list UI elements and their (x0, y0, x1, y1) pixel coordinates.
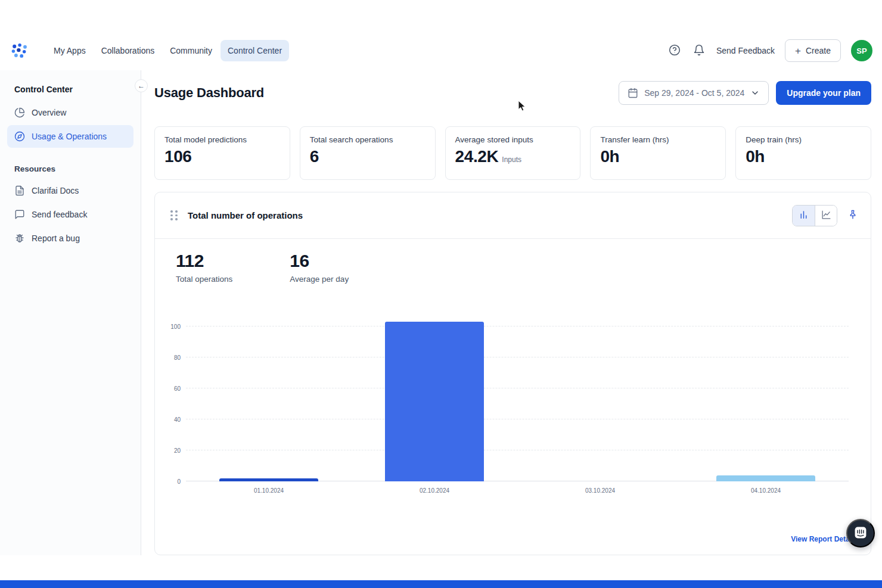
clarifai-logo-icon (11, 42, 30, 59)
stat-card-model-predictions: Total model predictions 106 (154, 126, 290, 180)
gridline (186, 450, 849, 450)
sidebar-section-title: Control Center (7, 76, 133, 101)
nav-my-apps[interactable]: My Apps (46, 40, 93, 61)
chat-launcher-button[interactable] (846, 519, 875, 547)
y-axis-label: 0 (177, 478, 181, 485)
gridline (186, 388, 849, 388)
chevron-down-icon (750, 88, 760, 98)
x-axis-label: 03.10.2024 (517, 487, 683, 494)
chart-type-toggle-group (792, 205, 837, 226)
nav-community[interactable]: Community (163, 40, 219, 61)
sidebar-item-label: Send feedback (32, 210, 87, 219)
page-header: Usage Dashboard Sep 29, 2024 - Oct 5, 20… (154, 81, 871, 105)
stat-card-transfer-learn: Transfer learn (hrs) 0h (590, 126, 726, 180)
plus-icon: + (795, 46, 801, 56)
y-axis-label: 40 (174, 416, 181, 423)
send-feedback-link[interactable]: Send Feedback (716, 46, 775, 55)
top-navigation: My Apps Collaborations Community Control… (0, 0, 882, 70)
user-avatar[interactable]: SP (851, 40, 872, 61)
chart-bar[interactable] (219, 478, 319, 481)
layout: ← Control Center Overview Usage & Operat… (0, 70, 882, 555)
page-title: Usage Dashboard (154, 85, 264, 101)
y-axis-label: 80 (174, 354, 181, 361)
sidebar-collapse-button[interactable]: ← (135, 79, 148, 92)
stat-value: 0h (746, 147, 861, 166)
y-axis-label: 100 (170, 323, 181, 330)
stat-value-number: 24.2K (455, 147, 499, 166)
stat-value-suffix: Inputs (502, 155, 521, 164)
gridline (186, 419, 849, 419)
sidebar-item-clarifai-docs[interactable]: Clarifai Docs (7, 179, 133, 202)
sidebar-item-overview[interactable]: Overview (7, 101, 133, 124)
document-icon (14, 185, 25, 196)
operations-bar-chart: 02040608010001.10.202402.10.202403.10.20… (186, 326, 849, 481)
x-axis-label: 01.10.2024 (186, 487, 352, 494)
header-actions: Sep 29, 2024 - Oct 5, 2024 Upgrade your … (619, 81, 871, 105)
stat-label: Transfer learn (hrs) (600, 135, 716, 144)
stat-label: Total model predictions (164, 135, 280, 144)
stat-value: 106 (164, 147, 280, 166)
bar-chart-toggle[interactable] (793, 206, 815, 226)
help-icon (669, 44, 681, 58)
help-button[interactable] (667, 43, 682, 58)
line-chart-icon (821, 210, 831, 222)
x-axis-label: 04.10.2024 (683, 487, 849, 494)
notifications-button[interactable] (692, 43, 706, 58)
gridline (186, 326, 849, 326)
sidebar-item-report-bug[interactable]: Report a bug (7, 227, 133, 250)
operations-card-footer: View Report Details (155, 533, 871, 555)
nav-control-center[interactable]: Control Center (220, 40, 289, 61)
page: My Apps Collaborations Community Control… (0, 0, 882, 588)
average-per-day-stat: 16 Average per day (290, 251, 349, 284)
topnav-right: Send Feedback + Create SP (667, 39, 872, 62)
create-button[interactable]: + Create (785, 39, 841, 62)
primary-nav: My Apps Collaborations Community Control… (46, 40, 289, 61)
main-content: Usage Dashboard Sep 29, 2024 - Oct 5, 20… (141, 70, 882, 555)
operations-card-title: Total number of operations (188, 210, 303, 220)
stat-label: Average stored inputs (455, 135, 571, 144)
bar-chart-icon (799, 210, 809, 222)
sidebar: Control Center Overview Usage & Operatio… (0, 70, 141, 555)
bell-icon (693, 44, 705, 58)
sidebar-item-usage-operations[interactable]: Usage & Operations (7, 125, 133, 148)
x-axis-label: 02.10.2024 (352, 487, 517, 494)
clarifai-logo[interactable] (11, 42, 30, 59)
nav-collaborations[interactable]: Collaborations (94, 40, 162, 61)
stat-card-deep-train: Deep train (hrs) 0h (735, 126, 871, 180)
chart-tools (792, 205, 859, 226)
bottom-blue-strip (0, 580, 882, 588)
line-chart-toggle[interactable] (815, 206, 837, 226)
sidebar-item-send-feedback[interactable]: Send feedback (7, 203, 133, 226)
stat-label: Deep train (hrs) (746, 135, 861, 144)
chart-bar[interactable] (716, 475, 816, 481)
stats-row: Total model predictions 106 Total search… (154, 126, 871, 180)
average-per-day-label: Average per day (290, 275, 349, 284)
drag-handle-icon[interactable] (170, 210, 178, 220)
pie-chart-icon (14, 107, 25, 118)
operations-summary: 112 Total operations 16 Average per day (155, 239, 871, 284)
operations-card: Total number of operations (154, 192, 871, 555)
create-label: Create (806, 46, 831, 55)
arrow-left-icon: ← (138, 82, 145, 90)
gridline (186, 357, 849, 357)
bug-icon (14, 233, 25, 244)
sidebar-item-label: Clarifai Docs (32, 186, 79, 195)
stat-card-stored-inputs: Average stored inputs 24.2KInputs (445, 126, 581, 180)
sidebar-item-label: Overview (32, 108, 66, 117)
date-range-picker[interactable]: Sep 29, 2024 - Oct 5, 2024 (619, 81, 769, 105)
sidebar-item-label: Usage & Operations (32, 132, 107, 141)
upgrade-plan-button[interactable]: Upgrade your plan (776, 81, 871, 105)
pin-button[interactable] (847, 209, 859, 222)
total-operations-label: Total operations (176, 275, 232, 284)
intercom-chat-icon (853, 525, 868, 542)
chart-bar[interactable] (385, 322, 485, 481)
operations-card-header: Total number of operations (155, 192, 871, 239)
stat-value: 0h (600, 147, 716, 166)
y-axis-label: 20 (174, 447, 181, 454)
date-range-value: Sep 29, 2024 - Oct 5, 2024 (644, 88, 744, 98)
sidebar-item-label: Report a bug (32, 234, 80, 243)
stat-value: 24.2KInputs (455, 147, 571, 166)
total-operations-value: 112 (176, 251, 232, 271)
average-per-day-value: 16 (290, 251, 349, 271)
stat-card-search-operations: Total search operations 6 (300, 126, 436, 180)
